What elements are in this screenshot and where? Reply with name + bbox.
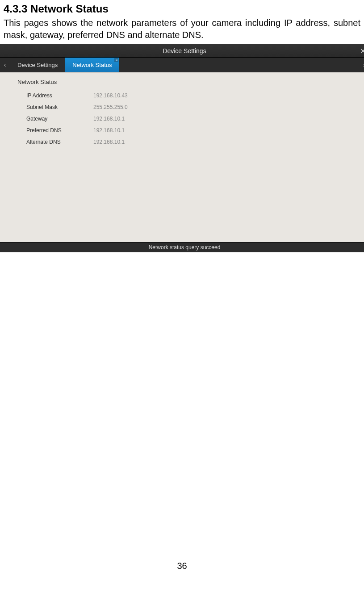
field-label: Alternate DNS xyxy=(26,139,93,145)
field-value: 192.168.10.1 xyxy=(93,116,125,122)
content-area: Network Status IP Address 192.168.10.43 … xyxy=(0,72,364,242)
field-label: Gateway xyxy=(26,116,93,122)
tab-network-status[interactable]: Network Status × xyxy=(65,58,119,72)
section-heading: 4.3.3 Network Status xyxy=(4,3,360,15)
field-row-gateway: Gateway 192.168.10.1 xyxy=(26,113,351,125)
field-row-alternate-dns: Alternate DNS 192.168.10.1 xyxy=(26,136,351,148)
page-number: 36 xyxy=(0,561,364,571)
tab-close-icon[interactable]: × xyxy=(114,58,118,62)
field-label: Preferred DNS xyxy=(26,127,93,134)
field-label: Subnet Mask xyxy=(26,104,93,110)
section-description: This pages shows the network parameters … xyxy=(4,17,360,41)
field-row-ip-address: IP Address 192.168.10.43 xyxy=(26,90,351,101)
field-row-subnet-mask: Subnet Mask 255.255.255.0 xyxy=(26,101,351,113)
statusbar: Network status query succeed xyxy=(0,242,364,252)
field-value: 192.168.10.43 xyxy=(93,92,128,99)
field-row-preferred-dns: Preferred DNS 192.168.10.1 xyxy=(26,125,351,136)
titlebar-title: Device Settings xyxy=(163,47,206,54)
panel-title: Network Status xyxy=(17,79,351,85)
tabs-scroll-right-button[interactable]: › xyxy=(359,58,364,72)
field-value: 192.168.10.1 xyxy=(93,139,125,145)
field-value: 255.255.255.0 xyxy=(93,104,128,110)
app-window: Device Settings ✕ ‹ Device Settings Netw… xyxy=(0,44,364,252)
field-value: 192.168.10.1 xyxy=(93,127,125,134)
statusbar-text: Network status query succeed xyxy=(149,244,221,251)
field-label: IP Address xyxy=(26,92,93,99)
tabbar: ‹ Device Settings Network Status × › xyxy=(0,58,364,72)
tab-label: Network Status xyxy=(72,62,112,68)
tab-device-settings[interactable]: Device Settings xyxy=(10,58,65,72)
titlebar: Device Settings ✕ xyxy=(0,44,364,58)
close-icon[interactable]: ✕ xyxy=(360,46,364,55)
tabs-scroll-left-button[interactable]: ‹ xyxy=(0,58,10,72)
tab-label: Device Settings xyxy=(17,62,58,68)
